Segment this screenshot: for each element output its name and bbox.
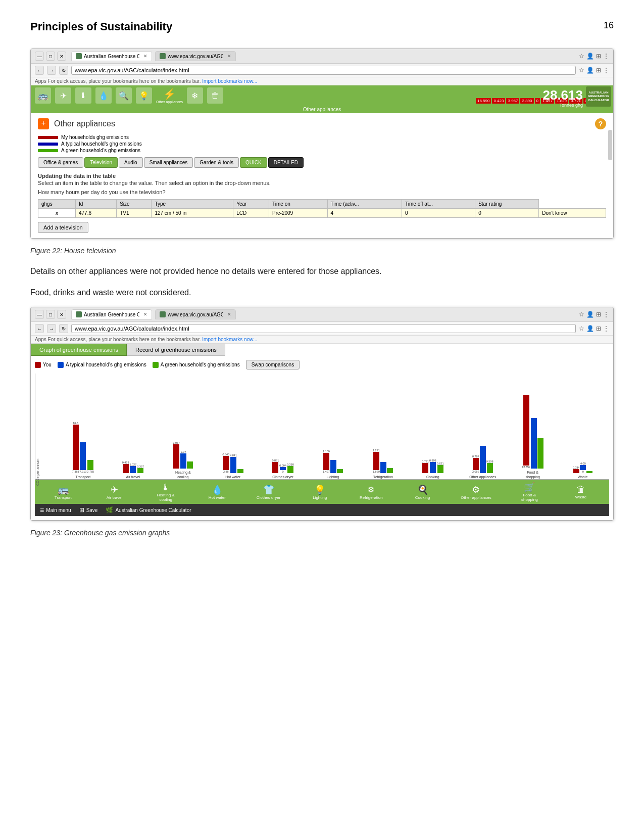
forward-btn-2[interactable]: → (47, 324, 56, 333)
bottom-icon-other[interactable]: ⚙ Other appliances (461, 484, 491, 500)
user-icon[interactable]: 👤 (586, 67, 594, 74)
tab-small-appliances[interactable]: Small appliances (144, 157, 193, 168)
window-close[interactable]: ✕ (57, 52, 66, 61)
apps2-icon[interactable]: ⊞ (596, 325, 601, 332)
import-bookmarks-link-2[interactable]: Import bookmarks now... (202, 337, 257, 342)
browser2-tab2[interactable]: www.epa.vic.gov.au/AGC... ✕ (155, 309, 236, 319)
star-icon[interactable]: ☆ (579, 67, 584, 74)
hot-water-icon[interactable]: 💧 (95, 87, 112, 104)
bar-chart-wrapper: CO2e per annum 16.5 7.383 7. (35, 374, 609, 480)
bottom-icon-air[interactable]: ✈ Air travel (102, 484, 128, 500)
bar-cook-green: 0.621 (437, 462, 444, 473)
main-menu-btn[interactable]: ≡ Main menu (40, 506, 71, 514)
legend-green-label: A green household's ghg emissions (161, 362, 240, 367)
save-btn[interactable]: ⊞ Save (79, 506, 98, 514)
bottom-icon-food[interactable]: 🛒 Food &shopping (516, 482, 542, 502)
bars-food: 12.359 (522, 395, 543, 469)
chart-legend-2: You A typical household's ghg emissions … (35, 360, 609, 369)
chart-tab-graph[interactable]: Graph of greenhouse emissions (31, 344, 127, 356)
menu-icon[interactable]: ⋮ (603, 67, 609, 74)
win2-minimize[interactable]: — (35, 310, 44, 319)
row-x-btn[interactable]: x (38, 209, 76, 218)
table-row[interactable]: x 477.6 TV1 127 cm / 50 in LCD Pre-2009 … (38, 209, 606, 218)
help-button[interactable]: ? (595, 118, 606, 129)
bar-rect (80, 442, 86, 470)
bottom-icon-hotwater[interactable]: 💧 Hot water (204, 484, 230, 500)
win-btn-user[interactable]: 👤 (586, 53, 594, 60)
tab-1-close[interactable]: ✕ (143, 54, 147, 59)
win2-btn-grid[interactable]: ⊞ (596, 311, 601, 318)
tv-table: ghgs Id Size Type Year Time on Time (act… (38, 199, 606, 218)
chart-tab-record[interactable]: Record of greenhouse emissions (127, 344, 225, 356)
bottom-fridge-label: Refrigeration (360, 495, 383, 500)
bar-rect (173, 444, 179, 469)
back-btn-2[interactable]: ← (35, 324, 44, 333)
window-minimize[interactable]: — (35, 52, 44, 61)
bottom-waste-label: Waste (575, 495, 586, 499)
swap-comparisons-button[interactable]: Swap comparisons (246, 360, 300, 369)
refresh-btn[interactable]: ↻ (59, 66, 68, 75)
bottom-icon-cooking[interactable]: 🍳 Cooking (410, 484, 436, 500)
address-bar-1[interactable]: www.epa.vic.gov.au/AGC/calculator/index.… (71, 66, 576, 75)
bottom-icon-lighting[interactable]: 💡 Lighting (307, 484, 333, 500)
tab-audio[interactable]: Audio (119, 157, 143, 168)
forward-btn[interactable]: → (47, 66, 56, 75)
transport-icon[interactable]: 🚌 (35, 87, 51, 104)
trash-icon[interactable]: 🗑 (207, 87, 223, 104)
menu2-icon[interactable]: ⋮ (603, 325, 609, 332)
fridge-icon[interactable]: ❄ (187, 87, 203, 104)
row-size: 127 cm / 50 in (152, 209, 233, 218)
bars-heating: 3.967 2.07 (173, 441, 193, 469)
browser-tab-1-inactive[interactable]: www.epa.vic.gov.au/AGC... ✕ (155, 51, 236, 61)
back-btn[interactable]: ← (35, 66, 44, 75)
agc-top-bar-1: 🚌 ✈ 🌡 💧 🔍 💡 ⚡ Other appliances ❄ 🗑 16.59… (31, 85, 613, 106)
tab-television[interactable]: Television (84, 157, 118, 168)
bottom-icon-heating[interactable]: 🌡 Heating &cooling (153, 482, 179, 502)
air-travel-icon[interactable]: ✈ (55, 87, 71, 104)
browser-tab-1-active[interactable]: Australian Greenhouse C... ✕ (71, 51, 152, 61)
tab-quick[interactable]: QUICK (240, 157, 267, 168)
win2-btn-more[interactable]: ⋮ (603, 311, 609, 318)
legend-item-1: My households ghg emissions (38, 134, 606, 140)
lamp-icon[interactable]: 💡 (136, 87, 152, 104)
browser2-tab1[interactable]: Australian Greenhouse C... ✕ (71, 309, 152, 319)
tab-garden[interactable]: Garden & tools (194, 157, 239, 168)
bar-rect (87, 460, 93, 470)
user2-icon[interactable]: 👤 (586, 325, 594, 332)
import-bookmarks-link[interactable]: Import bookmarks now... (202, 78, 257, 84)
bar-group-lighting: 1.109 1.497 Lighting (309, 450, 358, 479)
tab2-close-2[interactable]: ✕ (227, 312, 231, 317)
bar-transport-typical: 7.313 (80, 442, 87, 473)
bar-group-fridge: 1.221 1.829 Refrigeration (358, 449, 407, 479)
win2-close[interactable]: ✕ (57, 310, 66, 319)
bottom-icon-dryer[interactable]: 👕 Clothes dryer (256, 484, 282, 500)
apps-icon[interactable]: ⊞ (596, 67, 601, 74)
win2-btn-star[interactable]: ☆ (579, 311, 584, 318)
refresh-btn-2[interactable]: ↻ (59, 324, 68, 333)
tab-2-close[interactable]: ✕ (227, 54, 231, 59)
bottom-icon-fridge[interactable]: ❄ Refrigeration (358, 484, 384, 500)
win-btn-more[interactable]: ⋮ (603, 53, 609, 60)
heating-icon[interactable]: 🌡 (75, 87, 91, 104)
tab-detailed[interactable]: DETAILED (268, 157, 304, 168)
bar-group-other: 0.787 2.052 9.508 (458, 446, 507, 479)
window-restore[interactable]: □ (46, 52, 55, 61)
address-bar-2[interactable]: www.epa.vic.gov.au/AGC/calculator/index.… (71, 324, 576, 333)
bar-chart: 16.5 7.383 7.313 2.765 (35, 374, 609, 480)
win-btn-grid[interactable]: ⊞ (596, 53, 601, 60)
bookmarks-bar-1: Apps For quick access, place your bookma… (31, 77, 613, 85)
tab2-close-1[interactable]: ✕ (143, 312, 147, 317)
tab-office[interactable]: Office & games (38, 157, 83, 168)
win-btn-star[interactable]: ☆ (579, 53, 584, 60)
star2-icon[interactable]: ☆ (579, 325, 584, 332)
scrollbar-1[interactable] (608, 130, 612, 160)
plus-button[interactable]: + (38, 118, 49, 129)
bar-heat-you: 3.967 (173, 441, 180, 469)
add-television-button[interactable]: Add a television (38, 222, 88, 233)
win2-btn-user[interactable]: 👤 (586, 311, 594, 318)
bottom-icon-waste[interactable]: 🗑 Waste (568, 484, 594, 499)
bottom-icon-transport[interactable]: 🚌 Transport (50, 484, 76, 500)
win2-restore[interactable]: □ (46, 310, 55, 319)
bar-dryer-green: 0.258 (287, 463, 294, 473)
search-icon[interactable]: 🔍 (116, 87, 132, 104)
